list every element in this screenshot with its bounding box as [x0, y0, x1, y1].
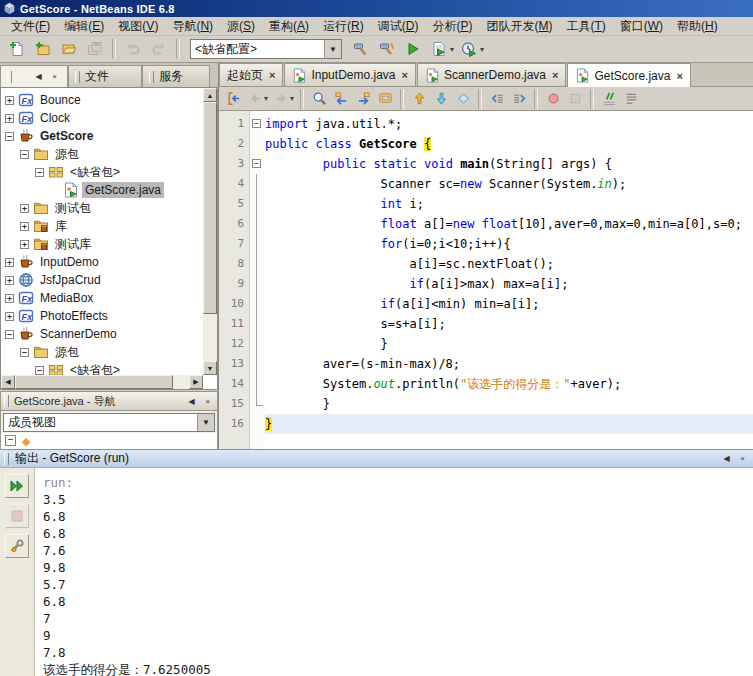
- close-panel-icon[interactable]: ×: [201, 395, 214, 408]
- menu-item-R[interactable]: 运行(R): [316, 17, 371, 36]
- uncomment-button[interactable]: [621, 89, 641, 109]
- code-text[interactable]: if(a[i]<min) min=a[i];: [265, 294, 753, 314]
- code-line[interactable]: 1−import java.util.*;: [219, 114, 753, 134]
- fold-collapse-icon[interactable]: −: [252, 159, 261, 168]
- tree-item[interactable]: −<缺省包>: [1, 163, 203, 181]
- menu-item-E[interactable]: 编辑(E): [57, 17, 111, 36]
- tree-item[interactable]: −GetScore: [1, 127, 203, 145]
- code-text[interactable]: }: [265, 334, 753, 354]
- close-panel-icon[interactable]: ×: [736, 452, 749, 465]
- expand-icon[interactable]: +: [5, 114, 14, 123]
- scroll-up-icon[interactable]: ▲: [203, 88, 217, 102]
- code-line[interactable]: 12 }: [219, 334, 753, 354]
- close-tab-icon[interactable]: ×: [676, 70, 682, 82]
- config-combobox[interactable]: <缺省配置>▼: [190, 39, 342, 59]
- next-bookmark-button[interactable]: [431, 89, 451, 109]
- close-tab-icon[interactable]: ×: [401, 69, 407, 81]
- code-line[interactable]: 13 aver=(s-min-max)/8;: [219, 354, 753, 374]
- expand-icon[interactable]: +: [5, 96, 14, 105]
- menu-item-P[interactable]: 分析(P): [425, 17, 479, 36]
- expand-icon[interactable]: +: [5, 258, 14, 267]
- code-line[interactable]: 8 a[i]=sc.nextFloat();: [219, 254, 753, 274]
- ant-settings-button[interactable]: [5, 534, 29, 558]
- tree-item-label[interactable]: 源包: [52, 343, 82, 362]
- expand-icon[interactable]: +: [20, 204, 29, 213]
- scroll-thumb[interactable]: [15, 375, 173, 389]
- fold-margin[interactable]: −: [249, 154, 265, 174]
- collapse-icon[interactable]: −: [20, 150, 29, 159]
- tree-item[interactable]: +FxBounce: [1, 91, 203, 109]
- code-line[interactable]: 7 for(i=0;i<10;i++){: [219, 234, 753, 254]
- menu-item-S[interactable]: 源(S): [220, 17, 262, 36]
- menu-item-D[interactable]: 调试(D): [371, 17, 426, 36]
- fold-collapse-icon[interactable]: −: [252, 119, 261, 128]
- menu-item-N[interactable]: 导航(N): [165, 17, 220, 36]
- tree-item-label[interactable]: Clock: [37, 110, 73, 126]
- code-line[interactable]: 16}: [219, 414, 753, 434]
- expand-icon[interactable]: +: [20, 240, 29, 249]
- tab-services[interactable]: 服务: [142, 65, 210, 87]
- tree-item-label[interactable]: 测试包: [52, 199, 94, 218]
- expand-icon[interactable]: +: [5, 294, 14, 303]
- scroll-left-icon[interactable]: ◀: [1, 375, 15, 389]
- tree-item[interactable]: −ScannerDemo: [1, 325, 203, 343]
- tree-item[interactable]: −源包: [1, 145, 203, 163]
- chevron-down-icon[interactable]: ▼: [197, 414, 214, 431]
- code-line[interactable]: 10 if(a[i]<min) min=a[i];: [219, 294, 753, 314]
- collapse-icon[interactable]: −: [5, 330, 14, 339]
- tree-item-label[interactable]: JsfJpaCrud: [37, 272, 104, 288]
- code-line[interactable]: 15 }: [219, 394, 753, 414]
- code-line[interactable]: 5 int i;: [219, 194, 753, 214]
- editor-tab--[interactable]: 起始页×: [219, 63, 283, 86]
- code-editor[interactable]: 1−import java.util.*;2public class GetSc…: [219, 111, 753, 449]
- navigator-view-select[interactable]: 成员视图 ▼: [3, 413, 215, 432]
- tree-item[interactable]: +FxPhotoEffects: [1, 307, 203, 325]
- code-line[interactable]: 2public class GetScore {: [219, 134, 753, 154]
- debug-dropdown-icon[interactable]: ▾: [450, 45, 454, 54]
- tree-item[interactable]: +测试包: [1, 199, 203, 217]
- code-text[interactable]: public static void main(String[] args) {: [265, 154, 753, 174]
- code-text[interactable]: s=s+a[i];: [265, 314, 753, 334]
- code-line[interactable]: 3− public static void main(String[] args…: [219, 154, 753, 174]
- code-text[interactable]: if(a[i]>max) max=a[i];: [265, 274, 753, 294]
- code-text[interactable]: }: [265, 414, 753, 434]
- find-selection-button[interactable]: [309, 89, 329, 109]
- expander-icon[interactable]: −: [5, 435, 16, 446]
- collapse-icon[interactable]: −: [5, 132, 14, 141]
- menu-item-V[interactable]: 视图(V): [111, 17, 165, 36]
- profile-dropdown-icon[interactable]: ▾: [480, 45, 484, 54]
- expand-icon[interactable]: +: [5, 276, 14, 285]
- close-panel-icon[interactable]: ×: [48, 70, 61, 83]
- new-file-button[interactable]: [5, 37, 29, 61]
- scroll-down-icon[interactable]: ▼: [203, 361, 217, 375]
- output-header[interactable]: 输出 - GetScore (run) ◀ ×: [0, 449, 753, 468]
- tree-item-label[interactable]: 库: [52, 217, 70, 236]
- menu-item-T[interactable]: 工具(T): [559, 17, 612, 36]
- collapse-icon[interactable]: −: [20, 348, 29, 357]
- find-next-button[interactable]: [353, 89, 373, 109]
- expand-icon[interactable]: +: [5, 312, 14, 321]
- toggle-bookmark-button[interactable]: [453, 89, 473, 109]
- tree-item[interactable]: +FxClock: [1, 109, 203, 127]
- editor-tab-GetScore-java[interactable]: GetScore.java×: [567, 63, 690, 87]
- minimize-panel-icon[interactable]: ◀: [185, 395, 198, 408]
- run-button[interactable]: [401, 37, 425, 61]
- code-text[interactable]: a[i]=sc.nextFloat();: [265, 254, 753, 274]
- tree-item-label[interactable]: 测试库: [52, 235, 94, 254]
- title-bar[interactable]: GetScore - NetBeans IDE 6.8: [0, 0, 753, 17]
- tree-item[interactable]: +InputDemo: [1, 253, 203, 271]
- tree-item-label[interactable]: GetScore: [37, 128, 96, 144]
- editor-tab-ScannerDemo-java[interactable]: ScannerDemo.java×: [417, 63, 567, 86]
- tree-item[interactable]: −<缺省包>: [1, 361, 203, 375]
- menu-item-A[interactable]: 重构(A): [262, 17, 316, 36]
- toggle-highlight-button[interactable]: [375, 89, 395, 109]
- collapse-icon[interactable]: −: [35, 366, 44, 375]
- record-macro-button[interactable]: [543, 89, 563, 109]
- shift-right-button[interactable]: [509, 89, 529, 109]
- debug-button[interactable]: [427, 37, 451, 61]
- last-edit-button[interactable]: [223, 89, 243, 109]
- tree-item-label[interactable]: InputDemo: [37, 254, 102, 270]
- tree-item-label[interactable]: PhotoEffects: [37, 308, 111, 324]
- tree-item-label[interactable]: MediaBox: [37, 290, 96, 306]
- tab-files[interactable]: 文件: [68, 65, 142, 87]
